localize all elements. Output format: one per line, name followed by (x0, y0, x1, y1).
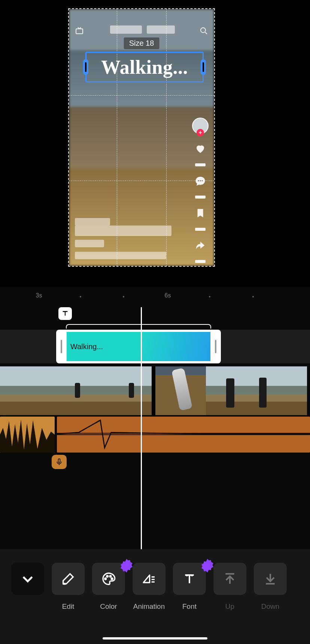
svg-rect-0 (76, 29, 83, 34)
comment-icon[interactable] (194, 175, 206, 187)
ruler-tick (123, 296, 124, 297)
text-clip[interactable]: Walking... (56, 330, 221, 363)
ruler-tick (80, 296, 81, 297)
clip-link-brace (66, 324, 211, 329)
collapse-button[interactable] (11, 563, 44, 595)
bookmark-icon[interactable] (195, 208, 206, 219)
up-button[interactable] (213, 563, 246, 595)
playhead[interactable] (141, 307, 142, 549)
clip-trim-left[interactable] (61, 340, 62, 353)
text-clip-label: Walking... (70, 342, 103, 351)
animation-label: Animation (133, 602, 165, 611)
audio-track[interactable] (0, 417, 310, 453)
svg-point-9 (111, 578, 113, 580)
tab-placeholder (147, 25, 175, 34)
svg-rect-5 (58, 459, 60, 463)
guide-line (69, 95, 214, 96)
svg-point-1 (201, 28, 206, 33)
svg-point-2 (198, 180, 199, 181)
resize-handle-right[interactable] (201, 59, 206, 75)
svg-point-4 (202, 180, 203, 181)
bottom-toolbar: Edit Color Animation Font Up Down (0, 549, 310, 644)
avatar[interactable]: + (192, 118, 209, 134)
edit-button[interactable] (52, 563, 85, 595)
video-thumbnail[interactable] (101, 366, 152, 415)
animation-button[interactable] (133, 563, 165, 595)
video-thumbnail[interactable] (256, 366, 307, 415)
side-action-bar: + (192, 118, 209, 267)
caption-placeholder (75, 218, 110, 226)
font-button[interactable] (173, 563, 206, 595)
audio-clip[interactable] (57, 417, 310, 453)
premium-badge-icon (119, 558, 127, 566)
bookmark-count-placeholder (195, 228, 206, 231)
comment-count-placeholder (195, 196, 206, 199)
time-ruler: 3s 6s (0, 292, 310, 300)
svg-point-8 (110, 575, 111, 577)
home-indicator (103, 637, 207, 640)
timeline[interactable]: 3s 6s Walking... (0, 287, 310, 549)
font-label: Font (173, 602, 206, 611)
collapse-label (11, 602, 44, 611)
svg-point-6 (105, 578, 106, 580)
down-label: Down (254, 602, 287, 611)
color-button[interactable] (92, 563, 125, 595)
ruler-tick (209, 296, 210, 297)
ruler-tick (252, 296, 254, 297)
svg-point-7 (107, 575, 108, 577)
share-icon[interactable] (194, 240, 206, 251)
ruler-mark: 6s (165, 292, 171, 299)
ruler-mark: 3s (36, 292, 42, 299)
video-thumbnail[interactable] (206, 366, 256, 415)
video-track[interactable] (0, 366, 310, 415)
clip-trim-right[interactable] (215, 340, 216, 353)
svg-point-3 (200, 180, 201, 181)
tab-placeholder (110, 25, 142, 34)
video-thumbnail[interactable] (0, 366, 51, 415)
heart-icon[interactable] (194, 143, 206, 154)
video-thumbnail[interactable] (155, 366, 206, 415)
live-tv-icon (75, 26, 84, 35)
audio-clip[interactable] (0, 417, 55, 453)
like-count-placeholder (195, 163, 206, 166)
text-clip-tag-icon[interactable] (58, 307, 72, 320)
down-button[interactable] (254, 563, 287, 595)
resize-handle-left[interactable] (83, 59, 88, 75)
search-icon (199, 26, 208, 35)
size-badge: Size 18 (124, 37, 159, 49)
color-label: Color (92, 602, 125, 611)
voiceover-tag-icon[interactable] (52, 455, 67, 469)
caption-text: Walking... (101, 56, 188, 78)
share-count-placeholder (195, 260, 206, 263)
text-track[interactable]: Walking... (0, 330, 310, 363)
follow-plus-icon[interactable]: + (197, 129, 204, 136)
preview-canvas[interactable]: Size 18 Walking... + (68, 8, 215, 267)
caption-placeholder (75, 252, 166, 259)
premium-badge-icon (200, 558, 208, 566)
caption-placeholder (75, 240, 104, 247)
caption-placeholder (75, 226, 171, 236)
edit-label: Edit (52, 602, 85, 611)
caption-text-box[interactable]: Walking... (85, 52, 204, 82)
up-label: Up (213, 602, 246, 611)
video-thumbnail[interactable] (51, 366, 101, 415)
